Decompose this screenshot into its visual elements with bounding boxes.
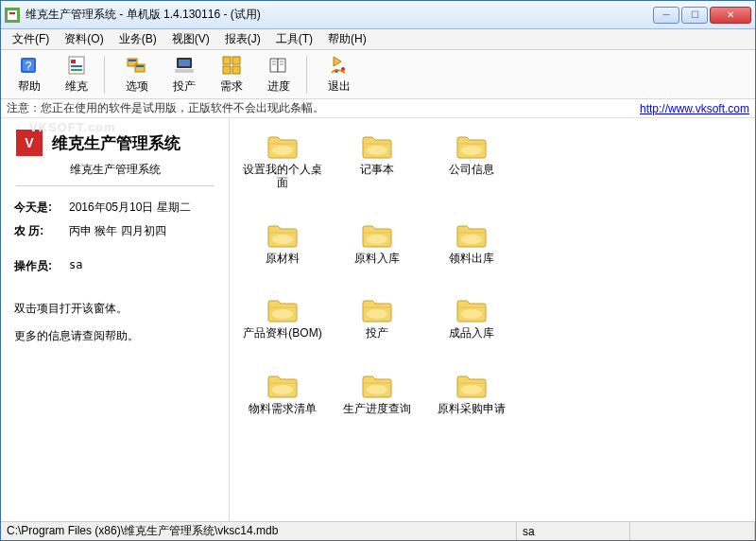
tool-exit[interactable]: 退出 [317,53,362,96]
folder-icon [455,222,488,249]
notice-link[interactable]: http://www.vksoft.com [640,102,749,115]
folder-icon [361,373,393,399]
desktop-item[interactable]: 产品资料(BOM) [235,297,330,340]
tool-progress[interactable]: 进度 [256,53,301,96]
content-area: VKSOFT.com V 维克生产管理系统 维克生产管理系统 今天是: 2016… [1,118,755,521]
desktop-item-label: 设置我的个人桌面 [240,163,325,190]
tool-label: 维克 [65,79,88,95]
maximize-button[interactable]: ☐ [681,7,708,24]
desktop-item[interactable]: 成品入库 [424,297,519,340]
toolbar-separator [104,56,110,94]
statusbar: C:\Program Files (x86)\维克生产管理系统\vksc14.m… [1,521,755,540]
operator-row: 操作员: sa [1,254,229,278]
svg-point-37 [367,385,387,394]
svg-point-31 [367,235,387,244]
operator-label: 操作员: [14,258,61,274]
svg-point-25 [341,67,345,71]
svg-rect-16 [175,69,194,73]
svg-rect-8 [71,65,82,67]
desktop-item[interactable]: 设置我的个人桌面 [235,133,330,190]
notice-bar: 注意：您正在使用的软件是试用版，正版软件不会出现此条幅。 http://www.… [1,99,755,118]
svg-rect-2 [9,12,15,14]
svg-point-38 [461,385,482,394]
exit-icon [328,54,351,77]
folder-icon [266,222,299,249]
desktop-item-label: 原材料 [266,252,300,265]
tool-options[interactable]: 选项 [114,53,160,96]
menu-view[interactable]: 视图(V) [164,29,217,49]
lunar-row: 农 历: 丙申 猴年 四月初四 [1,219,229,243]
svg-rect-20 [232,66,240,74]
svg-point-36 [272,385,293,394]
desktop-item-label: 原料采购申请 [438,402,506,415]
window-title: 维克生产管理系统 - 单机版 1.4.130116 - (试用) [26,7,653,23]
openbook-icon [267,54,290,77]
menu-report[interactable]: 报表(J) [217,29,268,49]
svg-point-29 [461,146,482,155]
doc-icon [65,54,88,77]
menu-file[interactable]: 文件(F) [5,29,57,49]
svg-rect-1 [8,10,17,20]
menu-biz[interactable]: 业务(B) [112,29,164,49]
tool-demand[interactable]: 需求 [209,53,254,96]
desktop-item[interactable]: 生产进度查询 [330,373,424,415]
desktop-item-label: 产品资料(BOM) [243,326,321,340]
svg-point-27 [272,146,293,155]
tool-label: 退出 [328,79,351,95]
window-buttons: ─ ☐ ✕ [653,7,751,24]
folder-icon [455,297,488,323]
desktop-item[interactable]: 原料入库 [330,222,424,265]
menu-tool[interactable]: 工具(T) [268,29,320,49]
menu-data[interactable]: 资料(O) [57,29,111,49]
folder-icon [361,133,393,160]
tool-label: 需求 [220,79,243,95]
desktop-item-label: 投产 [366,326,388,340]
icon-grid: 设置我的个人桌面记事本公司信息原材料原料入库领料出库产品资料(BOM)投产成品入… [235,128,749,415]
tool-help[interactable]: ? 帮助 [7,53,52,96]
desktop-item[interactable]: 公司信息 [424,133,519,190]
status-user: sa [517,522,630,540]
folder-icon [455,373,488,399]
desktop-item[interactable]: 投产 [330,297,424,340]
tool-label: 进度 [267,79,290,95]
close-button[interactable]: ✕ [710,7,751,24]
desktop-item[interactable]: 记事本 [330,133,424,190]
svg-rect-7 [71,60,76,63]
svg-rect-17 [223,57,231,64]
toolbar-separator [306,56,312,94]
menubar: 文件(F) 资料(O) 业务(B) 视图(V) 报表(J) 工具(T) 帮助(H… [1,29,755,50]
folder-icon [361,222,393,249]
svg-rect-13 [136,65,144,67]
svg-rect-9 [71,69,82,71]
folder-icon [266,373,299,399]
status-path: C:\Program Files (x86)\维克生产管理系统\vksc14.m… [1,522,517,540]
tool-vk[interactable]: 维克 [54,53,99,96]
folder-icon [266,297,299,323]
svg-rect-18 [232,57,240,64]
menu-help[interactable]: 帮助(H) [320,29,374,49]
tool-produce[interactable]: 投产 [162,53,207,96]
desktop-area: 设置我的个人桌面记事本公司信息原材料原料入库领料出库产品资料(BOM)投产成品入… [230,118,755,521]
desktop-item[interactable]: 原料采购申请 [424,373,519,415]
folder-icon [266,133,299,160]
desktop-item[interactable]: 原材料 [235,222,330,265]
windows-icon [126,54,148,77]
desktop-item-label: 记事本 [360,163,394,176]
svg-rect-12 [129,60,136,61]
today-row: 今天是: 2016年05月10日 星期二 [1,196,229,219]
svg-point-30 [272,235,293,244]
desktop-item-label: 物料需求清单 [249,402,317,415]
svg-point-28 [367,146,387,155]
watermark: VKSOFT.com [29,120,116,134]
minimize-button[interactable]: ─ [653,7,679,24]
svg-point-33 [272,309,293,319]
hint-2: 更多的信息请查阅帮助。 [1,323,229,350]
svg-point-34 [367,309,387,319]
lunar-value: 丙申 猴年 四月初四 [69,223,166,239]
desktop-item[interactable]: 领料出库 [424,222,519,265]
desktop-item-label: 生产进度查询 [343,402,411,415]
svg-rect-15 [179,60,190,66]
desktop-item[interactable]: 物料需求清单 [235,373,330,415]
hint-1: 双击项目打开该窗体。 [1,295,229,323]
titlebar: 维克生产管理系统 - 单机版 1.4.130116 - (试用) ─ ☐ ✕ [1,1,755,29]
